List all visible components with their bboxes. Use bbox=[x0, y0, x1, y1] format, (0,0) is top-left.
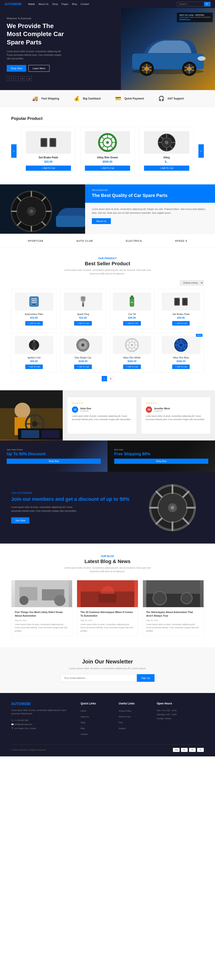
shop-now-button[interactable]: Shop Now bbox=[7, 65, 26, 72]
footer-logo-text: AUTO bbox=[11, 702, 21, 706]
nav-home[interactable]: Home bbox=[28, 3, 35, 5]
about-btn[interactable]: About Us bbox=[92, 218, 111, 224]
nav-contact[interactable]: Contact bbox=[81, 3, 89, 5]
promo-btn-2[interactable]: Shop Now bbox=[114, 459, 208, 464]
page-1[interactable]: 1 bbox=[102, 376, 107, 381]
about-desc: Lorem ipsum dolor sit amet, consectetur … bbox=[92, 207, 208, 215]
svg-point-91 bbox=[131, 344, 133, 346]
svg-rect-120 bbox=[41, 430, 59, 438]
brand-4: SPEED X bbox=[175, 240, 188, 242]
add-cart-filter[interactable]: + Add To Cart bbox=[25, 321, 43, 326]
best-seller-title: Best Seller Product bbox=[11, 261, 204, 267]
blog-text-2: Lorem ipsum dolor sit amet, consectetur … bbox=[80, 623, 134, 633]
social-icons: f t in yt bbox=[7, 76, 114, 81]
promo-pre-2: Free Shipping bbox=[114, 452, 142, 456]
footer-about: AUTOMOBI Lorem ipsum dolor sit amet, con… bbox=[11, 702, 74, 738]
add-cart-brakepads[interactable]: + Add To Cart bbox=[172, 321, 190, 326]
hero-title: We Provide The Most Complete Car Spare P… bbox=[7, 22, 69, 46]
testimonial-text-1: Lorem ipsum dolor sit amet, consectetur … bbox=[72, 415, 132, 421]
subscribe-button[interactable]: Sign Up bbox=[137, 674, 154, 682]
product-image-3 bbox=[144, 131, 189, 154]
blog-body-3: Ten Stereotypes About Automotive That Ar… bbox=[143, 607, 204, 636]
svg-point-88 bbox=[82, 344, 84, 346]
add-cart-disc[interactable]: + Add To Cart bbox=[74, 364, 92, 369]
nav-about[interactable]: About Us bbox=[38, 3, 48, 5]
stars-1: ★★★★★ bbox=[72, 402, 132, 405]
footer-grid: AUTOMOBI Lorem ipsum dolor sit amet, con… bbox=[11, 702, 204, 738]
product-price-coil: $50.00 bbox=[15, 360, 53, 363]
brand-2: AUTO CLUB bbox=[76, 240, 93, 242]
testimonials-image bbox=[0, 390, 63, 441]
add-cart-rim-white[interactable]: + Add To Cart bbox=[123, 364, 141, 369]
filter-image bbox=[15, 293, 53, 310]
add-cart-sparkplug[interactable]: + Add To Cart bbox=[74, 321, 92, 326]
footer-link-shop[interactable]: Shop bbox=[81, 721, 85, 724]
search-input[interactable] bbox=[177, 2, 204, 6]
svg-point-124 bbox=[170, 506, 174, 509]
svg-point-137 bbox=[19, 596, 29, 605]
feature-support: 24/7 Support bbox=[157, 95, 184, 103]
blog-card-3: Ten Stereotypes About Automotive That Ar… bbox=[143, 580, 204, 636]
add-cart-oil[interactable]: + Add To Cart bbox=[123, 321, 141, 326]
learn-more-button[interactable]: Learn More bbox=[29, 65, 49, 72]
add-cart-rim-blue[interactable]: + Add To Cart bbox=[172, 364, 190, 369]
blog-body-2: The 10 Common Stereotypes When It Comes … bbox=[77, 607, 138, 636]
membership-highlight: 50% bbox=[119, 496, 129, 502]
footer-logo-accent: MOBI bbox=[21, 702, 31, 706]
stars-2: ★★★★★ bbox=[146, 402, 206, 405]
footer-link-faq[interactable]: FAQ bbox=[119, 721, 123, 724]
svg-point-136 bbox=[54, 595, 65, 606]
footer-link-blog[interactable]: Blog bbox=[81, 727, 84, 730]
testimonial-text-2: Lorem ipsum dolor sit amet, consectetur … bbox=[146, 415, 206, 421]
search-button[interactable]: 🔍 bbox=[204, 2, 210, 6]
svg-rect-119 bbox=[21, 430, 39, 438]
promo-btn-1[interactable]: Shop Now bbox=[7, 459, 101, 464]
about-tag: About Automobi bbox=[92, 189, 208, 191]
add-to-cart-1[interactable]: + Add To Cart bbox=[26, 165, 71, 171]
svg-point-114 bbox=[32, 421, 37, 426]
coil-image bbox=[15, 336, 53, 354]
footer-link-about[interactable]: About Us bbox=[81, 716, 89, 718]
nav-pages[interactable]: Pages bbox=[61, 3, 68, 5]
rim-white-image bbox=[113, 336, 151, 354]
nav-blog[interactable]: Blog bbox=[72, 3, 77, 5]
features-bar: Fast Shipping Big Cashback Quick Payment… bbox=[0, 90, 215, 107]
sort-select[interactable]: Default sorting bbox=[180, 280, 204, 286]
join-now-button[interactable]: Join Now bbox=[11, 517, 29, 523]
add-to-cart-2[interactable]: + Add To Cart bbox=[85, 165, 130, 171]
carousel-next[interactable]: › bbox=[198, 144, 204, 158]
blog-meta-3: May 28, 2021 bbox=[146, 619, 200, 622]
product-name-sparkplug: Spark Plug bbox=[64, 313, 102, 315]
add-to-cart-3[interactable]: + Add To Cart bbox=[144, 165, 189, 171]
logo[interactable]: AUTOMOBI bbox=[5, 2, 21, 6]
svg-point-22 bbox=[197, 56, 205, 61]
instagram-icon[interactable]: in bbox=[20, 76, 25, 81]
nav-shop[interactable]: Shop bbox=[52, 3, 58, 5]
footer-link-terms[interactable]: Terms of Use bbox=[119, 716, 131, 718]
popular-product-3: Alloy $... + Add To Cart bbox=[139, 127, 194, 175]
twitter-icon[interactable]: t bbox=[13, 76, 18, 81]
footer-link-privacy[interactable]: Privacy Policy bbox=[119, 710, 131, 712]
add-cart-coil[interactable]: + Add To Cart bbox=[25, 364, 43, 369]
amex-icon: AE bbox=[197, 748, 204, 752]
product-price-1: $20.00 bbox=[26, 160, 71, 163]
product-name-filter: Automotive Filter bbox=[15, 313, 53, 315]
footer-link-home[interactable]: Home bbox=[81, 710, 86, 712]
sort-bar: Default sorting bbox=[11, 280, 204, 286]
product-name-rim-white: Alloy Rim White bbox=[113, 356, 151, 359]
page-2[interactable]: 2 bbox=[108, 376, 113, 381]
brand-3: ELECTRICA bbox=[126, 240, 142, 242]
newsletter-input[interactable] bbox=[61, 674, 137, 682]
facebook-icon[interactable]: f bbox=[7, 76, 12, 81]
footer-link-support[interactable]: Support bbox=[119, 727, 126, 730]
svg-rect-72 bbox=[84, 297, 86, 299]
avatar-2: JW bbox=[146, 406, 152, 413]
svg-rect-83 bbox=[33, 339, 35, 343]
wheel-svg bbox=[148, 483, 197, 532]
new-badge: NEW bbox=[196, 334, 202, 337]
carousel-prev[interactable]: ‹ bbox=[11, 144, 17, 158]
product-card-sparkplug: Spark Plug $15.00 + Add To Cart bbox=[60, 289, 106, 329]
footer-link-contact[interactable]: Contact bbox=[81, 733, 88, 735]
popular-products-grid: ‹ Set Brake Pads $20.00 + Add To Cart bbox=[11, 127, 204, 175]
youtube-icon[interactable]: yt bbox=[27, 76, 32, 81]
